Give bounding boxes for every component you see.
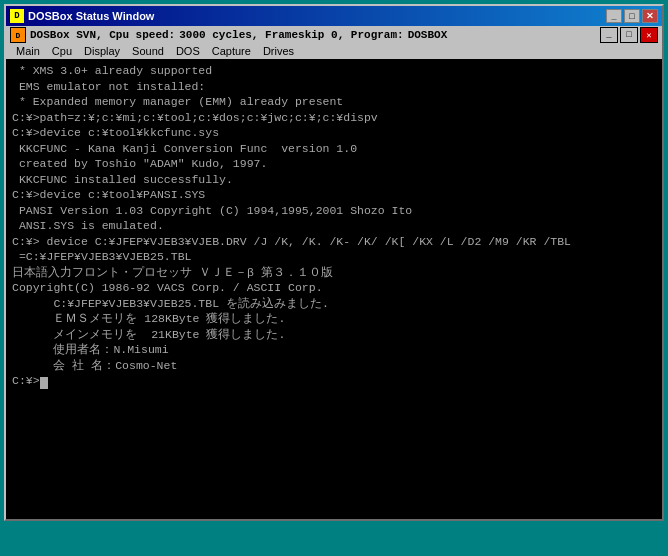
terminal-line: C:¥>device c:¥tool¥PANSI.SYS: [12, 187, 656, 203]
menu-item-dos[interactable]: DOS: [170, 44, 206, 58]
info-bar: D DOSBox SVN, Cpu speed: 3000 cycles, Fr…: [6, 26, 662, 44]
window-title: DOSBox Status Window: [28, 10, 154, 22]
terminal-line: * XMS 3.0+ already supported: [12, 63, 656, 79]
terminal-line: KKCFUNC - Kana Kanji Conversion Func ver…: [12, 141, 656, 157]
title-bar: D DOSBox Status Window _ □ ✕: [6, 6, 662, 26]
menu-bar: Main Cpu Display Sound DOS Capture Drive…: [6, 44, 662, 59]
maximize-button[interactable]: □: [624, 9, 640, 23]
main-window: D DOSBox Status Window _ □ ✕ D DOSBox SV…: [4, 4, 664, 521]
terminal-line: C:¥> device C:¥JFEP¥VJEB3¥VJEB.DRV /J /K…: [12, 234, 656, 250]
terminal-line: created by Toshio "ADAM" Kudo, 1997.: [12, 156, 656, 172]
terminal-line: C:¥>device c:¥tool¥kkcfunc.sys: [12, 125, 656, 141]
inner-minimize-button[interactable]: _: [600, 27, 618, 43]
dosbox-icon: D: [10, 27, 26, 43]
close-button[interactable]: ✕: [642, 9, 658, 23]
menu-item-sound[interactable]: Sound: [126, 44, 170, 58]
terminal-line: * Expanded memory manager (EMM) already …: [12, 94, 656, 110]
terminal-line: C:¥>: [12, 373, 656, 389]
terminal-line: C:¥JFEP¥VJEB3¥VJEB25.TBL を読み込みました.: [12, 296, 656, 312]
menu-item-drives[interactable]: Drives: [257, 44, 300, 58]
terminal-line: KKCFUNC installed successfully.: [12, 172, 656, 188]
menu-item-cpu[interactable]: Cpu: [46, 44, 78, 58]
terminal-line: Copyright(C) 1986-92 VACS Corp. / ASCII …: [12, 280, 656, 296]
menu-item-main[interactable]: Main: [10, 44, 46, 58]
app-icon: D: [10, 9, 24, 23]
terminal-line: EMS emulator not installed:: [12, 79, 656, 95]
inner-window-controls: _ □ ✕: [600, 27, 658, 43]
inner-close-button[interactable]: ✕: [640, 27, 658, 43]
title-bar-left: D DOSBox Status Window: [10, 9, 154, 23]
terminal-line: 日本語入力フロント・プロセッサ ＶＪＥ－β 第３．１０版: [12, 265, 656, 281]
info-program: DOSBOX: [408, 29, 448, 41]
terminal-output: * XMS 3.0+ already supported EMS emulato…: [6, 59, 662, 519]
title-buttons: _ □ ✕: [606, 9, 658, 23]
terminal-cursor: [40, 377, 48, 389]
info-app-label: DOSBox SVN, Cpu speed:: [30, 29, 175, 41]
inner-maximize-button[interactable]: □: [620, 27, 638, 43]
terminal-line: =C:¥JFEP¥VJEB3¥VJEB25.TBL: [12, 249, 656, 265]
terminal-line: ANSI.SYS is emulated.: [12, 218, 656, 234]
terminal-line: 使用者名：N.Misumi: [12, 342, 656, 358]
minimize-button[interactable]: _: [606, 9, 622, 23]
header-area: D DOSBox SVN, Cpu speed: 3000 cycles, Fr…: [6, 26, 662, 59]
terminal-line: ＥＭＳメモリを 128KByte 獲得しました.: [12, 311, 656, 327]
terminal-line: C:¥>path=z:¥;c:¥mi;c:¥tool;c:¥dos;c:¥jwc…: [12, 110, 656, 126]
menu-item-display[interactable]: Display: [78, 44, 126, 58]
menu-item-capture[interactable]: Capture: [206, 44, 257, 58]
terminal-line: メインメモリを 21KByte 獲得しました.: [12, 327, 656, 343]
info-cpu-value: 3000 cycles, Frameskip 0, Program:: [179, 29, 403, 41]
terminal-line: 会 社 名：Cosmo-Net: [12, 358, 656, 374]
terminal-line: PANSI Version 1.03 Copyright (C) 1994,19…: [12, 203, 656, 219]
